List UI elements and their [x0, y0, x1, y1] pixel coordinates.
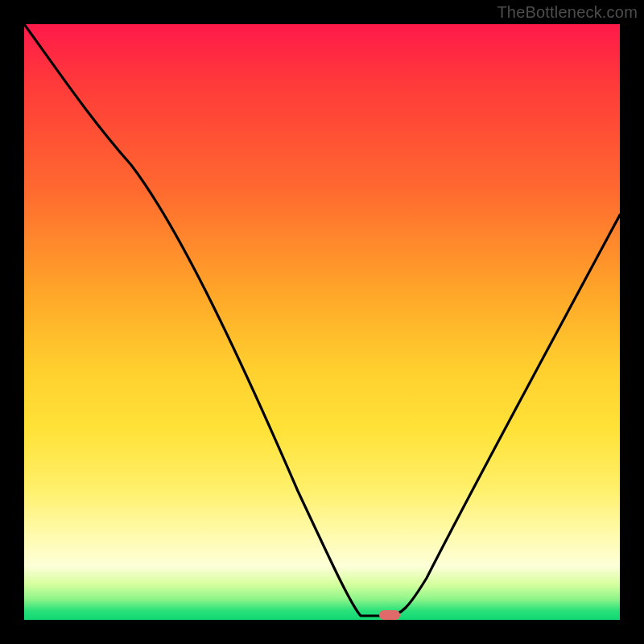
optimum-marker: [379, 610, 400, 620]
plot-area: [24, 24, 620, 620]
bottleneck-curve-path: [24, 24, 620, 616]
attribution-label: TheBottleneck.com: [497, 3, 638, 22]
bottleneck-curve-svg: [24, 24, 620, 620]
chart-frame: TheBottleneck.com: [0, 0, 644, 644]
